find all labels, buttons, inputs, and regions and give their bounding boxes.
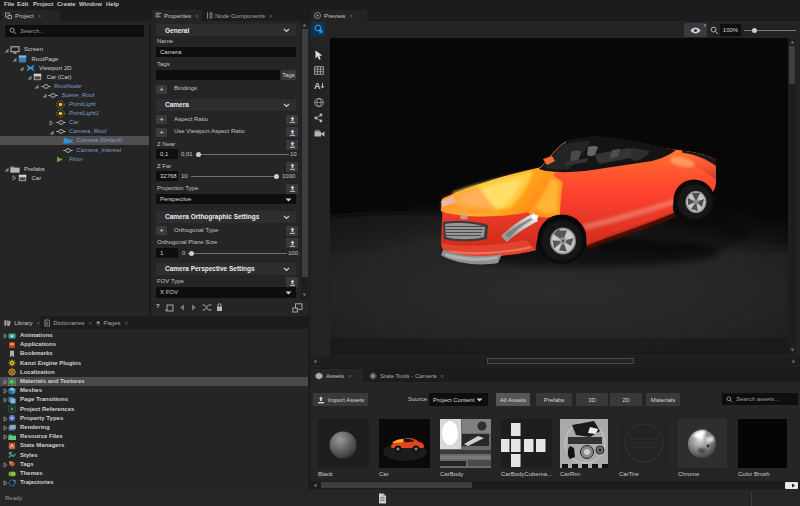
svg-text:A: A <box>314 81 321 91</box>
